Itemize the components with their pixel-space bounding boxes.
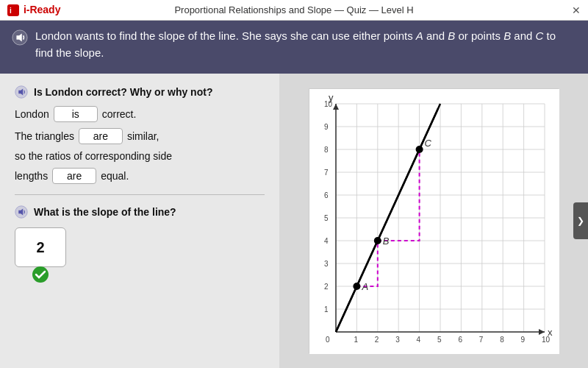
close-button[interactable]: ✕ <box>572 4 581 16</box>
slope-answer-value: 2 <box>36 239 44 256</box>
row1-answer[interactable]: is <box>54 106 98 122</box>
question1-header: Is London correct? Why or why not? <box>15 85 265 99</box>
slope-answer-box[interactable]: 2 <box>15 227 66 267</box>
left-panel: Is London correct? Why or why not? Londo… <box>0 74 279 368</box>
row3-prefix: so the ratios of corresponding side <box>15 150 172 162</box>
sidebar-toggle[interactable]: ❯ <box>573 202 588 239</box>
slope-input-container: 2 <box>15 227 265 267</box>
answer-row-1: London is correct. <box>15 106 265 122</box>
top-banner-text: London wants to find the slope of the li… <box>35 28 576 61</box>
question2-section: What is the slope of the line? 2 <box>15 205 265 267</box>
svg-point-8 <box>32 266 49 283</box>
graph-container <box>309 88 559 353</box>
question1-label: Is London correct? Why or why not? <box>34 86 212 98</box>
question2-label: What is the slope of the line? <box>34 206 176 218</box>
row2-suffix: similar, <box>127 130 159 142</box>
speaker-icon-top[interactable] <box>12 29 28 46</box>
main-content: Is London correct? Why or why not? Londo… <box>0 74 588 368</box>
check-icon <box>32 266 49 283</box>
answer-row-3: so the ratios of corresponding side <box>15 150 265 162</box>
section-divider <box>15 194 265 195</box>
row4-prefix: lengths <box>15 170 48 182</box>
speaker-icon-q1[interactable] <box>15 85 28 99</box>
row4-suffix: equal. <box>101 170 129 182</box>
right-panel: ❯ <box>279 74 588 368</box>
row2-answer[interactable]: are <box>79 128 123 144</box>
row2-prefix: The triangles <box>15 130 74 142</box>
speaker-icon-q2[interactable] <box>15 205 28 219</box>
row1-suffix: correct. <box>102 108 137 120</box>
answer-row-4: lengths are equal. <box>15 168 265 184</box>
row1-prefix: London <box>15 108 49 120</box>
graph-canvas <box>309 89 559 354</box>
row4-answer[interactable]: are <box>52 168 96 184</box>
title-bar: i i-Ready Proportional Relationships and… <box>0 0 588 21</box>
question2-header: What is the slope of the line? <box>15 205 265 219</box>
window-title: Proportional Relationships and Slope — Q… <box>174 4 413 15</box>
question1-section: Is London correct? Why or why not? Londo… <box>15 85 265 184</box>
svg-text:i: i <box>10 7 12 15</box>
top-banner: London wants to find the slope of the li… <box>0 21 588 74</box>
iready-logo: i i-Ready <box>7 4 60 16</box>
logo-area: i i-Ready <box>7 4 60 16</box>
answer-row-2: The triangles are similar, <box>15 128 265 144</box>
